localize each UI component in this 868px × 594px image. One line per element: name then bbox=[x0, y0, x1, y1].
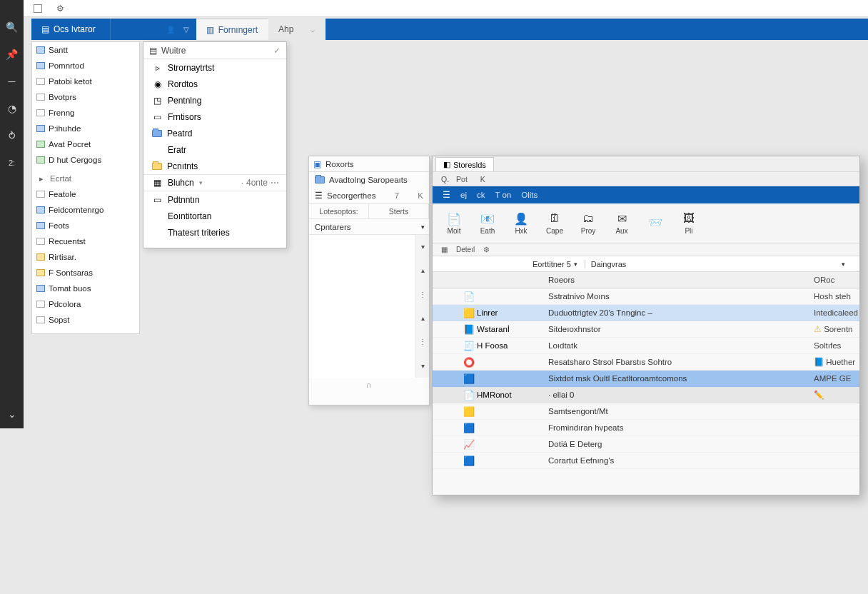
toolbar-button[interactable]: 📄Moit bbox=[438, 206, 470, 241]
scroll-down-icon[interactable]: ▾ bbox=[421, 362, 425, 370]
tree-item[interactable]: Avat Pocret bbox=[32, 136, 139, 152]
toolbar-button[interactable]: 👤Hxk bbox=[505, 206, 537, 241]
gear-icon[interactable]: ⚙ bbox=[483, 246, 490, 253]
toolbar-button[interactable]: 🖼Pli bbox=[673, 206, 705, 241]
dropdown-item[interactable]: Eratr bbox=[143, 141, 286, 158]
chevron-down-icon[interactable]: ▾ bbox=[842, 261, 845, 268]
tree-item-label: Featole bbox=[49, 190, 76, 198]
list-row[interactable]: 🟦Sixtdot msk Oultl EcatltoroamtcomonsAMP… bbox=[433, 371, 859, 387]
menu-item[interactable]: ej bbox=[460, 191, 467, 199]
list-row[interactable]: 🟦Fromindıran hvpeats bbox=[433, 420, 859, 436]
scroll-down-icon[interactable]: ▾ bbox=[421, 243, 425, 251]
tree-item-label: Frenng bbox=[49, 109, 74, 117]
tree-item[interactable]: Recuentst bbox=[32, 233, 139, 249]
toolbar-button[interactable]: 📨 bbox=[640, 206, 671, 241]
list-row[interactable]: 📄Sstratnivo MoınsHosh steh bbox=[433, 288, 859, 305]
dropdown-item-label: Thatesrt triteries bbox=[168, 228, 230, 238]
dropdown-item[interactable]: ▭Pdtnntın bbox=[143, 191, 286, 208]
list-row[interactable]: ⭕Resatsharo Strsol Fbarstıs Sohtro📘 Huet… bbox=[433, 354, 859, 371]
palette-tab-1[interactable]: Lotesoptos: bbox=[309, 204, 369, 218]
scroll-up-icon[interactable]: ▴ bbox=[421, 266, 425, 274]
tree-item[interactable]: Feots bbox=[32, 218, 139, 233]
gear-icon[interactable]: ⚙ bbox=[56, 4, 64, 14]
row-col3: ⚠ Sorentn bbox=[814, 324, 859, 334]
toolbar-button[interactable]: 📧Eath bbox=[472, 206, 503, 241]
tree-item[interactable]: Tomat buos bbox=[32, 281, 139, 296]
dropdown-item[interactable]: ◉Rordtos bbox=[143, 76, 286, 92]
tree-item[interactable]: Frenng bbox=[32, 105, 139, 121]
col-header[interactable]: Roeors bbox=[548, 276, 814, 284]
dropdown-item[interactable]: Eoıntitortan bbox=[143, 208, 286, 224]
ribbon-tab-light[interactable]: ▥ Fornıngert bbox=[196, 19, 268, 40]
palette-scrollbar[interactable]: ▾ ▴ ⋮ ▴ ⋮ ▾ bbox=[416, 235, 429, 378]
tree-item[interactable]: P:ihuhde bbox=[32, 121, 139, 136]
breadcrumb-seg[interactable]: Eorttitner 5 ▾ bbox=[533, 260, 577, 268]
tree-item[interactable]: Bvotprs bbox=[32, 89, 139, 105]
tree-item[interactable]: Featole bbox=[32, 186, 139, 202]
list-row[interactable]: 🟦Corartut Eefnıng's bbox=[433, 453, 859, 469]
ribbon-tab-app[interactable]: Ahp ⌵ bbox=[268, 19, 326, 40]
chart-icon[interactable]: ⥁ bbox=[6, 130, 18, 141]
tree-item[interactable]: Feidcorntenrgo bbox=[32, 202, 139, 218]
list-row[interactable]: 🟨Samtsengont/Mt bbox=[433, 403, 859, 420]
tree-item[interactable]: Sopst bbox=[32, 312, 139, 328]
list-row[interactable]: 📈Dotiá E Deterg bbox=[433, 436, 859, 453]
list-row[interactable]: 🟨LinrerDuduottrigtev 20's Tnnginc –Inted… bbox=[433, 305, 859, 321]
breadcrumb-seg[interactable]: Daingvras bbox=[585, 260, 627, 268]
menu-item[interactable]: T on bbox=[495, 191, 511, 199]
pin-icon[interactable]: 📌 bbox=[6, 49, 18, 60]
palette-canvas[interactable] bbox=[309, 235, 416, 378]
square-icon bbox=[36, 238, 45, 245]
dropdown-item[interactable]: ◳Pentnlng bbox=[143, 92, 286, 109]
toolbar-label: Moit bbox=[448, 227, 461, 235]
person-icon[interactable]: 👤 bbox=[166, 26, 175, 34]
row-icon: 🟨 bbox=[461, 406, 477, 417]
toolbar-button[interactable]: 🗂Proy bbox=[572, 206, 604, 241]
tree-item[interactable]: Pdcolora bbox=[32, 296, 139, 312]
subbar-c[interactable]: K bbox=[480, 175, 485, 183]
tree-item[interactable]: D hut Cergogs bbox=[32, 152, 139, 168]
list-row[interactable]: 📄HMRonot· ellai 0✏️ bbox=[433, 387, 859, 403]
toolbar-button[interactable]: ✉Aux bbox=[606, 206, 637, 241]
menu-icon[interactable]: ☰ bbox=[443, 190, 450, 200]
palette-tab-2[interactable]: Sterts bbox=[369, 204, 429, 218]
tree-item[interactable]: Rirtisar. bbox=[32, 249, 139, 265]
tree-item[interactable]: Pomnrtod bbox=[32, 58, 139, 74]
navigator-tree: SanttPomnrtodPatobi ketotBvotprsFrenngP:… bbox=[31, 41, 140, 334]
subbar-a[interactable]: Q. bbox=[441, 175, 449, 183]
detail-label[interactable]: Deteıl bbox=[456, 246, 475, 253]
palette-search-row[interactable]: ☰ Secorgerthes 7 K bbox=[309, 188, 429, 203]
dropdown-item[interactable]: Thatesrt triteries bbox=[143, 224, 286, 241]
handle-icon[interactable]: ∩ bbox=[366, 381, 372, 389]
clock-icon[interactable]: ◔ bbox=[6, 103, 18, 114]
palette-row[interactable]: Avadtolng Saropeaıts bbox=[309, 172, 429, 188]
list-row[interactable]: 🧾H FoosaLoıdtatkSoltıfes bbox=[433, 338, 859, 354]
menu-item[interactable]: Olits bbox=[521, 191, 538, 199]
dropdown-item[interactable]: Peatrd bbox=[143, 125, 286, 141]
tree-item[interactable]: Patobi ketot bbox=[32, 74, 139, 89]
divider-icon: ─ bbox=[6, 76, 18, 87]
dropdown-item[interactable]: ▹Strornaytrtst bbox=[143, 59, 286, 76]
palette-row-containers[interactable]: Cpntarers ▾ bbox=[309, 219, 429, 235]
subbar-b[interactable]: Pot bbox=[456, 175, 468, 183]
list-row[interactable]: 📘WstaranİSitdeıoxhnstor⚠ Sorentn bbox=[433, 321, 859, 338]
dropdown-split[interactable]: ▦ Bluhcn ▾ · 4onte ⋯ bbox=[143, 174, 286, 191]
menu-item[interactable]: ck bbox=[477, 191, 485, 199]
scroll-grip-icon[interactable]: ⋮ bbox=[419, 291, 426, 298]
chevron-down-icon[interactable]: ⌄ bbox=[6, 408, 18, 420]
scroll-grip-icon[interactable]: ⋮ bbox=[419, 338, 426, 346]
scroll-up-icon[interactable]: ▴ bbox=[421, 314, 425, 322]
tree-item[interactable]: F Sontsaras bbox=[32, 265, 139, 281]
window-tab[interactable]: ◧ Storeslds bbox=[435, 157, 494, 171]
toolbar-button[interactable]: 🗓Cape bbox=[539, 206, 570, 241]
ribbon-tab-main[interactable]: ▤ Ocs Ivtaror bbox=[31, 19, 111, 40]
dropdown-item[interactable]: Pcnıtnts bbox=[143, 158, 286, 174]
col-header[interactable]: ORoc bbox=[814, 276, 859, 284]
item-icon: ◉ bbox=[152, 79, 163, 89]
dropdown-item[interactable]: ▭Frntisors bbox=[143, 109, 286, 125]
grid-icon[interactable]: ▦ bbox=[441, 246, 448, 253]
tree-item[interactable]: Santt bbox=[32, 42, 139, 58]
search-icon[interactable]: 🔍 bbox=[6, 21, 18, 33]
check-icon[interactable]: ✓ bbox=[273, 46, 281, 56]
filter-icon[interactable]: ▽ bbox=[183, 26, 189, 34]
